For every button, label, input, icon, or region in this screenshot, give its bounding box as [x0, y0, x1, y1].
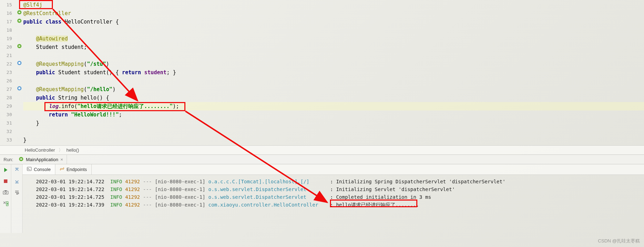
spring-bean-icon[interactable]: [17, 44, 22, 49]
web-mapping-icon[interactable]: [17, 86, 22, 91]
svg-rect-11: [5, 190, 7, 191]
console-output[interactable]: 2022-03-01 19:22:14.722 INFO 41292 --- […: [23, 175, 644, 233]
code-line[interactable]: }: [23, 119, 644, 127]
run-left-toolbar: [0, 164, 11, 233]
stop-button[interactable]: [2, 178, 9, 185]
line-number: 20: [0, 43, 12, 51]
run-config-tab[interactable]: MainApplication ✕: [17, 155, 67, 164]
line-number: 31: [0, 119, 12, 127]
line-number: 30: [0, 110, 12, 119]
code-line[interactable]: @RestController: [23, 9, 644, 18]
console-side-toolbar: [11, 164, 23, 233]
code-line[interactable]: [23, 51, 644, 60]
line-number: 22: [0, 60, 12, 68]
log-line: 2022-03-01 19:22:14.722 INFO 41292 --- […: [36, 178, 644, 185]
line-number: 28: [0, 94, 12, 102]
svg-rect-9: [3, 191, 8, 194]
log-line: 2022-03-01 19:22:14.739 INFO 41292 --- […: [36, 201, 644, 209]
code-line[interactable]: public Student student() { return studen…: [23, 68, 644, 77]
svg-point-6: [18, 87, 20, 89]
gutter-icons: [17, 0, 23, 145]
close-icon[interactable]: ✕: [60, 158, 63, 162]
line-number: 15: [0, 1, 12, 9]
line-number: 29: [0, 102, 12, 110]
line-number: 21: [0, 51, 12, 60]
line-number: 33: [0, 136, 12, 144]
tab-endpoints-label: Endpoints: [67, 167, 87, 172]
code-line[interactable]: @Slf4j: [23, 1, 644, 9]
console-icon: [27, 166, 32, 172]
run-content: Console Endpoints 2022-03-01 19:22:14.72…: [23, 164, 644, 233]
line-number: 27: [0, 85, 12, 94]
breadcrumb-method[interactable]: hello(): [66, 147, 79, 153]
code-editor[interactable]: 15 16 17 18 19 20 21 22 23 26 27 28 29 3…: [0, 0, 644, 145]
svg-rect-8: [4, 179, 7, 183]
code-line[interactable]: @Autowired: [23, 34, 644, 43]
code-line[interactable]: log.info("hello请求已经进行响应了........");: [23, 102, 644, 110]
svg-point-4: [18, 62, 20, 64]
code-line[interactable]: return "HelloWorld!!!";: [23, 110, 644, 119]
rerun-button[interactable]: [2, 166, 9, 173]
line-number: 17: [0, 18, 12, 26]
line-number: 19: [0, 34, 12, 43]
line-number: 16: [0, 9, 12, 18]
line-number: 32: [0, 127, 12, 136]
breadcrumb[interactable]: HelloController 〉 hello(): [0, 145, 644, 154]
code-line[interactable]: @RequestMapping("/hello"): [23, 85, 644, 94]
breadcrumb-class[interactable]: HelloController: [25, 147, 55, 153]
code-line[interactable]: public class HelloController {: [23, 18, 644, 26]
console-tab-bar: Console Endpoints: [23, 164, 644, 175]
web-mapping-icon[interactable]: [17, 61, 22, 65]
code-content[interactable]: @Slf4j @RestController public class Hell…: [23, 0, 644, 145]
line-gutter: 15 16 17 18 19 20 21 22 23 26 27 28 29 3…: [0, 0, 17, 145]
code-line[interactable]: [23, 26, 644, 34]
code-line[interactable]: Student student;: [23, 43, 644, 51]
tab-console[interactable]: Console: [23, 164, 55, 175]
line-number: 26: [0, 77, 12, 85]
run-label: Run:: [0, 157, 17, 162]
camera-icon[interactable]: [2, 189, 9, 196]
code-line[interactable]: [23, 127, 644, 136]
line-number: 18: [0, 26, 12, 34]
svg-rect-14: [27, 167, 31, 171]
tab-console-label: Console: [34, 167, 51, 172]
log-line: 2022-03-01 19:22:14.725 INFO 41292 --- […: [36, 193, 644, 201]
watermark: CSDN @扎哇太枣糕: [598, 238, 640, 244]
run-config-name: MainApplication: [26, 157, 58, 162]
run-tool-header: Run: MainApplication ✕: [0, 154, 644, 164]
scroll-up-icon[interactable]: [13, 166, 20, 173]
code-line[interactable]: public String hello() {: [23, 94, 644, 102]
tab-endpoints[interactable]: Endpoints: [55, 164, 92, 175]
code-line[interactable]: }: [23, 136, 644, 144]
svg-point-10: [5, 192, 6, 194]
code-line[interactable]: [23, 77, 644, 85]
spring-boot-icon: [19, 157, 24, 163]
line-number: 23: [0, 68, 12, 77]
run-tool-window: Console Endpoints 2022-03-01 19:22:14.72…: [0, 164, 644, 233]
log-line: 2022-03-01 19:22:14.722 INFO 41292 --- […: [36, 185, 644, 193]
soft-wrap-icon[interactable]: [13, 189, 20, 196]
code-line[interactable]: @RequestMapping("/stu"): [23, 60, 644, 68]
exit-icon[interactable]: [2, 200, 9, 207]
scroll-down-icon[interactable]: [13, 178, 20, 185]
breadcrumb-separator: 〉: [59, 147, 63, 153]
spring-bean-icon[interactable]: [17, 18, 22, 23]
endpoints-icon: [60, 166, 65, 172]
spring-bean-icon[interactable]: [17, 10, 22, 15]
